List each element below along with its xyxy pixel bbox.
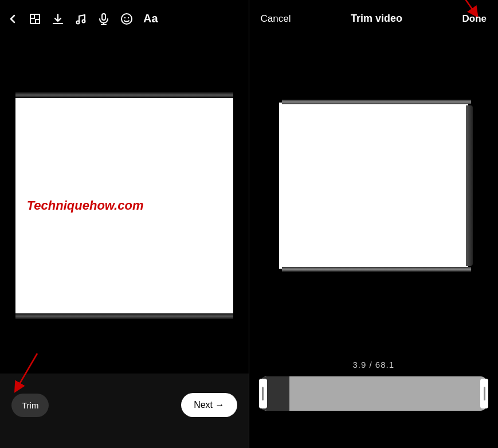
- svg-point-14: [128, 17, 129, 18]
- left-video-area: Techniquehow.com: [0, 37, 249, 374]
- done-container: Done: [462, 13, 487, 25]
- trim-slider[interactable]: [261, 376, 487, 411]
- trim-grip-left: [262, 387, 264, 400]
- left-panel: Aa Techniquehow.com Trim Next →: [0, 0, 249, 448]
- trim-selected-region: [261, 376, 487, 411]
- watermark: Techniquehow.com: [27, 198, 144, 213]
- trim-video-title: Trim video: [351, 13, 402, 25]
- right-edge-strip: [466, 105, 473, 266]
- next-button[interactable]: Next →: [181, 393, 237, 417]
- expand-icon[interactable]: [29, 13, 41, 25]
- svg-rect-1: [36, 19, 40, 23]
- right-panel: Cancel Trim video Done 3.9 / 68.1: [249, 0, 499, 448]
- back-icon[interactable]: [7, 13, 18, 25]
- done-button[interactable]: Done: [462, 13, 487, 24]
- trim-handle-left[interactable]: [259, 379, 267, 408]
- trim-button[interactable]: Trim: [11, 394, 49, 417]
- trim-time-label: 3.9 / 68.1: [352, 360, 394, 370]
- right-video-area: [249, 37, 499, 333]
- text-icon[interactable]: Aa: [143, 12, 158, 25]
- right-bottom-area: 3.9 / 68.1: [249, 333, 499, 448]
- svg-point-13: [124, 17, 126, 18]
- svg-rect-0: [30, 14, 34, 18]
- left-video-frame: Techniquehow.com: [15, 97, 233, 315]
- emoji-icon[interactable]: [120, 13, 133, 25]
- svg-point-8: [83, 19, 85, 22]
- trim-slider-inner: [261, 376, 487, 411]
- mic-icon[interactable]: [97, 13, 110, 25]
- trim-handle-right[interactable]: [480, 379, 488, 408]
- svg-line-16: [455, 0, 475, 13]
- left-video-content: Techniquehow.com: [0, 37, 249, 374]
- left-bottom-bar: Trim Next →: [0, 374, 249, 448]
- music-icon[interactable]: [74, 13, 87, 25]
- trim-grip-right: [484, 387, 485, 400]
- cancel-button[interactable]: Cancel: [261, 13, 291, 25]
- svg-point-12: [121, 14, 132, 24]
- svg-rect-9: [102, 14, 105, 20]
- svg-point-7: [77, 21, 80, 23]
- right-video-frame: [279, 103, 468, 269]
- right-header: Cancel Trim video Done: [249, 0, 499, 37]
- download-icon[interactable]: [52, 13, 64, 25]
- left-toolbar: Aa: [0, 0, 249, 37]
